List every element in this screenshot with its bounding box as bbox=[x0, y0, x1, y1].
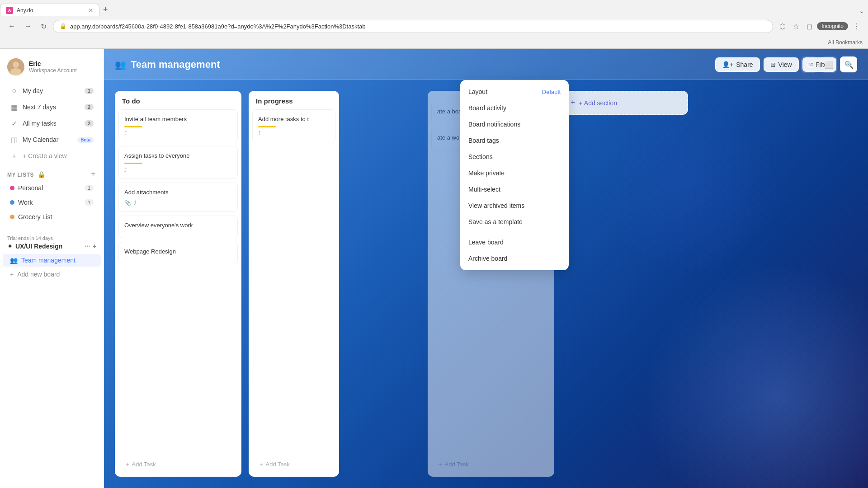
cast-button[interactable]: ⬡ bbox=[777, 20, 788, 33]
sections-label: Sections bbox=[468, 153, 493, 160]
task-title: Add attachments bbox=[124, 188, 232, 197]
list-item-personal[interactable]: Personal 1 bbox=[3, 181, 101, 195]
workspace-title: ✦ UX/UI Redesign ⋯ + bbox=[7, 243, 96, 250]
workspace-more-button[interactable]: ⋯ bbox=[85, 243, 90, 249]
dropdown-item-sections[interactable]: Sections bbox=[460, 149, 569, 165]
dropdown-item-view-archived[interactable]: View archived items bbox=[460, 197, 569, 214]
task-progress-bar bbox=[258, 126, 276, 127]
layout-label: Layout bbox=[468, 88, 487, 95]
task-card[interactable]: Invite all team members ⤴ bbox=[118, 109, 238, 142]
team-management-item[interactable]: 👥 Team management bbox=[3, 254, 101, 267]
dropdown-item-leave-board[interactable]: Leave board bbox=[460, 234, 569, 250]
my-lists-title: My lists 🔒 bbox=[7, 171, 45, 178]
subtask-icon: ⤴ bbox=[124, 130, 127, 136]
tab-close-button[interactable]: ✕ bbox=[88, 7, 94, 14]
dropdown-item-board-tags[interactable]: Board tags bbox=[460, 132, 569, 149]
app-layout: Eric Workspace Account ○ My day 1 ▦ Next… bbox=[0, 49, 868, 488]
avatar bbox=[7, 58, 24, 75]
check-icon: ✓ bbox=[10, 119, 18, 127]
tab-overflow-button[interactable]: ⌄ bbox=[855, 5, 868, 16]
dropdown-divider bbox=[460, 232, 569, 232]
column-in-progress-tasks: Add more tasks to t ⤴ bbox=[249, 109, 339, 454]
refresh-button[interactable]: ↺ bbox=[801, 56, 817, 73]
add-task-button[interactable]: + Add Task bbox=[122, 458, 234, 470]
expand-button[interactable]: ⬜ bbox=[821, 56, 837, 73]
my-day-label: My day bbox=[23, 87, 80, 94]
personal-badge: 1 bbox=[85, 185, 94, 191]
search-button[interactable]: 🔍 bbox=[841, 56, 857, 73]
column-inprogress-add: + Add Task bbox=[249, 454, 339, 477]
dropdown-item-multi-select[interactable]: Multi-select bbox=[460, 181, 569, 197]
add-task-button[interactable]: + Add Task bbox=[256, 458, 332, 470]
new-tab-button[interactable]: + bbox=[99, 3, 112, 16]
work-dot bbox=[10, 200, 14, 205]
create-view-button[interactable]: + + Create a view bbox=[3, 148, 101, 164]
dropdown-item-board-activity[interactable]: Board activity bbox=[460, 100, 569, 116]
add-section-icon: + bbox=[571, 98, 576, 108]
task-card[interactable]: Webpage Redesign bbox=[118, 242, 238, 264]
subtask-icon: ⤴ bbox=[124, 167, 127, 173]
bookmarks-label: All Bookmarks bbox=[828, 39, 863, 46]
workspace-add-button[interactable]: + bbox=[93, 243, 96, 250]
dropdown-item-make-private[interactable]: Make private bbox=[460, 165, 569, 181]
add-list-button[interactable]: + bbox=[90, 169, 96, 179]
tab-favicon: A bbox=[6, 7, 13, 14]
column-in-progress-header: In progress bbox=[249, 91, 339, 109]
board-title: 👥 Team management bbox=[115, 59, 220, 70]
task-card[interactable]: Assign tasks to everyone ⤴ bbox=[118, 146, 238, 179]
address-bar[interactable]: 🔒 app.any.do/boards/f245600a-28f0-4892-8… bbox=[53, 20, 773, 33]
add-section-button[interactable]: + + Add section bbox=[561, 91, 688, 115]
dropdown-item-board-notifications[interactable]: Board notifications bbox=[460, 116, 569, 132]
board-icon: 👥 bbox=[115, 59, 126, 70]
user-name: Eric bbox=[29, 60, 77, 67]
share-icon: 👤+ bbox=[722, 61, 733, 68]
sidebar-item-all-tasks[interactable]: ✓ All my tasks 2 bbox=[3, 116, 101, 131]
column-in-progress: In progress Add more tasks to t ⤴ + Add … bbox=[249, 91, 339, 477]
add-task-icon: + bbox=[439, 461, 442, 468]
reload-button[interactable]: ↻ bbox=[38, 20, 49, 33]
team-label: Team management bbox=[21, 257, 75, 264]
view-button[interactable]: ⊞ View bbox=[764, 57, 799, 72]
create-view-label: + Create a view bbox=[23, 152, 67, 160]
task-card[interactable]: Add more tasks to t ⤴ bbox=[252, 109, 335, 142]
toolbar-actions: ⬡ ☆ ◻ Incognito ⋮ bbox=[777, 20, 863, 33]
add-board-button[interactable]: + Add new board bbox=[3, 267, 101, 281]
sidebar-user: Eric Workspace Account bbox=[0, 55, 104, 83]
my-lists-section: My lists 🔒 + bbox=[0, 164, 104, 181]
board-title-text: Team management bbox=[131, 59, 220, 70]
list-item-grocery[interactable]: Grocery List bbox=[3, 210, 101, 224]
share-button[interactable]: 👤+ Share bbox=[715, 57, 760, 72]
sidebar-item-next-7-days[interactable]: ▦ Next 7 days 2 bbox=[3, 99, 101, 115]
extension-button[interactable]: ◻ bbox=[804, 20, 815, 33]
bookmark-button[interactable]: ☆ bbox=[790, 20, 802, 33]
back-button[interactable]: ← bbox=[5, 20, 18, 32]
sidebar-item-my-day[interactable]: ○ My day 1 bbox=[3, 83, 101, 99]
task-card[interactable]: Add attachments 📎 ⤴ bbox=[118, 183, 238, 211]
workspace-icon: ✦ bbox=[7, 243, 13, 250]
dropdown-item-archive-board[interactable]: Archive board bbox=[460, 250, 569, 267]
column-todo-tasks: Invite all team members ⤴ Assign tasks t… bbox=[115, 109, 241, 454]
dropdown-item-save-template[interactable]: Save as a template bbox=[460, 214, 569, 230]
dropdown-item-layout[interactable]: Layout Default bbox=[460, 84, 569, 100]
active-tab[interactable]: A Any.do ✕ bbox=[0, 4, 99, 16]
my-day-badge: 1 bbox=[85, 88, 94, 94]
board-activity-label: Board activity bbox=[468, 104, 506, 112]
board-header: 👥 Team management 👤+ Share ⊞ View ≡ Filt… bbox=[104, 49, 868, 80]
layout-value: Default bbox=[542, 89, 561, 95]
menu-button[interactable]: ⋮ bbox=[850, 20, 863, 33]
subtask-icon: ⤴ bbox=[258, 130, 261, 136]
main-area: 👥 Team management 👤+ Share ⊞ View ≡ Filt… bbox=[104, 49, 868, 488]
view-archived-label: View archived items bbox=[468, 202, 524, 209]
sidebar-divider bbox=[7, 228, 96, 228]
save-template-label: Save as a template bbox=[468, 218, 523, 225]
forward-button[interactable]: → bbox=[22, 20, 34, 32]
add-task-button[interactable]: + Add Task bbox=[435, 458, 547, 470]
incognito-button[interactable]: Incognito bbox=[817, 22, 848, 30]
calendar2-icon: ◫ bbox=[10, 136, 18, 144]
sidebar-item-calendar[interactable]: ◫ My Calendar Beta bbox=[3, 132, 101, 147]
archive-board-label: Archive board bbox=[468, 255, 507, 262]
tab-bar: A Any.do ✕ + ⌄ bbox=[0, 0, 868, 16]
user-info: Eric Workspace Account bbox=[29, 60, 77, 74]
task-card[interactable]: Overview everyone's work bbox=[118, 216, 238, 238]
list-item-work[interactable]: Work 1 bbox=[3, 196, 101, 209]
